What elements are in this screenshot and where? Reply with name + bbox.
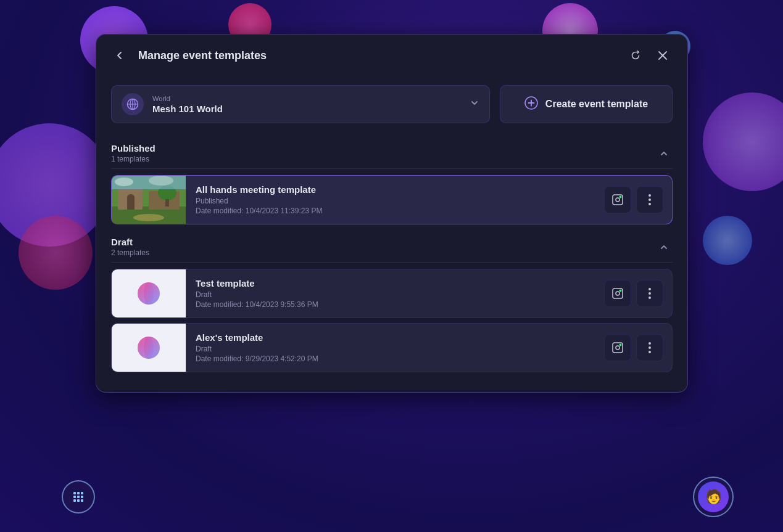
template-thumbnail-all-hands: [112, 176, 186, 224]
svg-point-24: [619, 290, 622, 292]
publish-icon: [611, 287, 624, 300]
published-collapse-button[interactable]: [655, 145, 673, 162]
published-section-header: Published 1 templates: [111, 136, 673, 169]
manage-templates-dialog: Manage event templates: [96, 34, 688, 393]
back-button[interactable]: [111, 47, 128, 64]
template-actions-alexs: [604, 334, 672, 361]
draft-section-title: Draft: [111, 237, 655, 247]
scene-image: [112, 176, 186, 224]
mesh-logo-icon: [133, 278, 164, 309]
svg-point-15: [115, 178, 133, 186]
dialog-header: Manage event templates: [96, 35, 687, 75]
blob-decoration: [703, 216, 752, 265]
draft-section-title-wrap: Draft 2 templates: [111, 237, 655, 257]
template-item-alexs[interactable]: Alex's template Draft Date modified: 9/2…: [111, 323, 673, 372]
draft-collapse-button[interactable]: [655, 239, 673, 256]
template-status-alexs: Draft: [196, 345, 594, 353]
svg-point-29: [619, 344, 622, 346]
svg-point-26: [144, 337, 154, 359]
more-icon: [648, 194, 651, 205]
create-button-label: Create event template: [545, 99, 648, 110]
svg-point-23: [616, 292, 619, 295]
refresh-button[interactable]: [626, 46, 645, 65]
template-publish-button-test[interactable]: [604, 280, 631, 307]
template-name-alexs: Alex's template: [196, 332, 594, 343]
svg-point-19: [619, 196, 622, 198]
section-title-wrap: Published 1 templates: [111, 143, 655, 163]
dialog-title: Manage event templates: [138, 49, 616, 62]
template-more-button-all-hands[interactable]: [636, 186, 663, 213]
template-publish-button-all-hands[interactable]: [604, 186, 631, 213]
svg-point-13: [133, 214, 164, 221]
refresh-icon: [630, 50, 641, 61]
apps-button[interactable]: [62, 480, 95, 514]
world-selector[interactable]: World Mesh 101 World: [111, 85, 490, 123]
template-status-all-hands: Published: [196, 197, 594, 205]
template-actions-all-hands: [604, 186, 672, 213]
plus-icon: [524, 96, 538, 112]
template-more-button-alexs[interactable]: [636, 334, 663, 361]
header-actions: [626, 46, 673, 65]
template-date-test: Date modified: 10/4/2023 9:55:36 PM: [196, 300, 594, 309]
avatar-icon: 🧑: [698, 481, 729, 512]
create-event-template-button[interactable]: Create event template: [500, 85, 673, 123]
avatar-button[interactable]: 🧑: [693, 477, 734, 517]
published-section-count: 1 templates: [111, 155, 655, 163]
logo-thumbnail-alexs: [112, 324, 186, 372]
publish-icon: [611, 342, 624, 354]
world-icon: [122, 93, 144, 115]
close-button[interactable]: [653, 46, 673, 65]
top-row: World Mesh 101 World Create even: [111, 85, 673, 123]
world-name: Mesh 101 World: [152, 104, 461, 114]
more-icon: [648, 342, 651, 353]
back-icon: [114, 50, 125, 61]
svg-rect-12: [165, 199, 169, 207]
template-thumbnail-alexs: [112, 324, 186, 372]
world-info: World Mesh 101 World: [152, 95, 461, 114]
template-status-test: Draft: [196, 290, 594, 299]
draft-section: Draft 2 templates: [111, 229, 673, 372]
chevron-down-icon: [470, 98, 479, 110]
published-section: Published 1 templates: [111, 136, 673, 224]
svg-point-28: [616, 346, 619, 350]
published-section-title: Published: [111, 143, 655, 153]
template-publish-button-alexs[interactable]: [604, 334, 631, 361]
close-icon: [658, 51, 668, 60]
mesh-logo-icon-2: [133, 332, 164, 363]
svg-point-10: [127, 194, 135, 200]
template-item-all-hands[interactable]: All hands meeting template Published Dat…: [111, 175, 673, 224]
svg-point-21: [144, 282, 154, 305]
logo-thumbnail-test: [112, 269, 186, 317]
globe-icon: [126, 98, 139, 110]
template-date-alexs: Date modified: 9/29/2023 4:52:20 PM: [196, 354, 594, 363]
svg-point-18: [616, 198, 619, 202]
publish-icon: [611, 194, 624, 206]
draft-section-count: 2 templates: [111, 248, 655, 257]
template-actions-test: [604, 280, 672, 307]
template-info-all-hands: All hands meeting template Published Dat…: [196, 176, 594, 224]
template-info-test: Test template Draft Date modified: 10/4/…: [196, 269, 594, 317]
blob-decoration: [19, 216, 93, 290]
template-name-all-hands: All hands meeting template: [196, 184, 594, 195]
more-icon: [648, 288, 651, 299]
svg-point-16: [149, 176, 173, 186]
template-info-alexs: Alex's template Draft Date modified: 9/2…: [196, 324, 594, 372]
template-more-button-test[interactable]: [636, 280, 663, 307]
dialog-body: World Mesh 101 World Create even: [96, 75, 687, 392]
template-name-test: Test template: [196, 278, 594, 289]
draft-section-header: Draft 2 templates: [111, 229, 673, 263]
template-thumbnail-test: [112, 269, 186, 317]
world-label: World: [152, 95, 461, 102]
template-item-test[interactable]: Test template Draft Date modified: 10/4/…: [111, 269, 673, 318]
apps-icon: [73, 492, 83, 502]
scene-thumbnail: [112, 176, 186, 224]
template-date-all-hands: Date modified: 10/4/2023 11:39:23 PM: [196, 207, 594, 215]
